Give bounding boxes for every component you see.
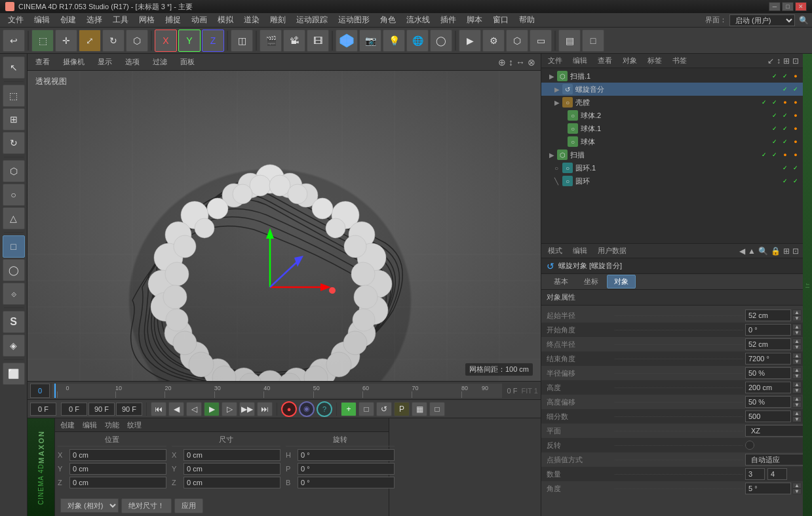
search-icon[interactable]: 🔍: [798, 14, 809, 26]
step-frame-input[interactable]: [116, 403, 142, 416]
menu-script[interactable]: 脚本: [461, 13, 488, 27]
flag-render-helix[interactable]: ✓: [791, 85, 800, 94]
om-tab-object[interactable]: 对象: [620, 54, 640, 67]
interface-dropdown[interactable]: 启动 (用户): [729, 14, 795, 26]
arrow-shell[interactable]: ▶: [554, 99, 562, 106]
go-end-button[interactable]: ⏭: [257, 402, 273, 416]
scene-btn[interactable]: 🌐: [406, 30, 429, 52]
flag-vis-helix[interactable]: ✓: [781, 85, 790, 94]
om-tab-file[interactable]: 文件: [545, 54, 565, 67]
dope-sheet-button[interactable]: ▦: [412, 402, 427, 416]
om-tab-edit[interactable]: 编辑: [570, 54, 590, 67]
light-btn[interactable]: 💡: [383, 30, 405, 52]
next-key-button[interactable]: ▷: [222, 402, 237, 416]
vh-camera[interactable]: 摄像机: [60, 56, 87, 68]
vh-view[interactable]: 查看: [33, 56, 52, 68]
obj-row-sphere[interactable]: ○ 球体 ✓ ✓ ●: [541, 135, 803, 148]
props-subtab-object[interactable]: 对象: [607, 275, 636, 288]
flag-v1[interactable]: ✓: [760, 98, 769, 107]
absolute-size-button[interactable]: 绝对尺寸！: [121, 498, 172, 513]
geo-btn[interactable]: ◯: [430, 30, 452, 52]
maximize-button[interactable]: □: [782, 2, 794, 11]
flag-v4[interactable]: ✓: [770, 137, 779, 146]
pos-z-input[interactable]: [69, 477, 166, 488]
menu-character[interactable]: 角色: [375, 13, 401, 27]
input-height[interactable]: [745, 382, 791, 393]
flag-dot[interactable]: ●: [791, 71, 800, 81]
spin-up-4[interactable]: ▲: [792, 353, 802, 359]
end-frame-input[interactable]: [88, 403, 115, 416]
coord-mode-select[interactable]: 对象 (相对): [60, 498, 119, 513]
size-x-input[interactable]: [184, 449, 280, 461]
props-tab-edit[interactable]: 编辑: [570, 245, 590, 257]
props-icon-3[interactable]: 🔍: [758, 247, 768, 256]
menu-file[interactable]: 文件: [3, 13, 29, 27]
input-subdivisions[interactable]: [745, 410, 791, 422]
flag-d7[interactable]: ●: [791, 150, 800, 159]
camera-btn[interactable]: 📷: [359, 30, 381, 52]
obj-row-scan[interactable]: ▶ ⬡ 扫描 ✓ ✓ ● ●: [541, 148, 803, 161]
spin-up-2[interactable]: ▲: [792, 324, 802, 330]
input-count-2[interactable]: [767, 468, 787, 480]
sidebar-stamp[interactable]: ◈: [3, 334, 25, 357]
rot-h-input[interactable]: [298, 449, 395, 461]
viewport-icon-4[interactable]: ⊗: [528, 57, 535, 68]
help-button[interactable]: ?: [317, 401, 332, 417]
obj-row-sphere2[interactable]: ○ 球体.2 ✓ ✓ ●: [541, 109, 803, 122]
props-icon-1[interactable]: ◀: [739, 247, 745, 256]
rot-p-input[interactable]: [298, 463, 395, 475]
flag-d1[interactable]: ●: [781, 98, 790, 107]
select-tool[interactable]: ⬚: [31, 30, 54, 52]
viewport-icon-2[interactable]: ↕: [509, 57, 513, 68]
spin-down-5[interactable]: ▼: [792, 373, 802, 379]
sidebar-move[interactable]: ⬚: [3, 85, 25, 107]
frame-start-input[interactable]: 0: [30, 384, 50, 398]
obj-row-circle[interactable]: ╲ ○ 圆环 ✓ ✓: [541, 174, 803, 188]
prev-key-button[interactable]: ◁: [186, 402, 202, 416]
move-tool[interactable]: ✛: [55, 30, 77, 52]
flag-v3[interactable]: ✓: [770, 124, 779, 133]
rotate-tool[interactable]: ↻: [102, 30, 125, 52]
om-tab-bookmark[interactable]: 书签: [670, 54, 689, 67]
select-plane[interactable]: XZ XY YZ: [745, 425, 803, 437]
flag-vis[interactable]: ✓: [770, 71, 779, 81]
sidebar-grid[interactable]: ⬜: [3, 363, 25, 385]
arrow-scan1[interactable]: ▶: [549, 73, 557, 80]
size-z-input[interactable]: [184, 477, 280, 488]
anim-btn3[interactable]: 🎞: [307, 30, 329, 52]
flag-r3[interactable]: ✓: [781, 124, 790, 133]
props-subtab-coords[interactable]: 坐标: [577, 275, 606, 288]
flag-r1[interactable]: ✓: [770, 98, 779, 107]
props-subtab-basic[interactable]: 基本: [547, 275, 575, 288]
menu-mesh[interactable]: 网格: [134, 13, 160, 27]
menu-render[interactable]: 道染: [239, 13, 265, 27]
props-icon-2[interactable]: ▲: [748, 247, 756, 256]
flag-v7[interactable]: ✓: [781, 176, 790, 186]
props-icon-4[interactable]: 🔒: [771, 247, 781, 256]
menu-snap[interactable]: 捕捉: [160, 13, 186, 27]
menu-help[interactable]: 帮助: [514, 13, 540, 27]
vh-filter[interactable]: 过滤: [150, 56, 170, 68]
undo-button[interactable]: ↩: [3, 30, 25, 52]
flag-r6[interactable]: ✓: [791, 163, 800, 172]
spin-up-8[interactable]: ▲: [792, 410, 802, 416]
flag-r2[interactable]: ✓: [781, 111, 790, 120]
spin-down-7[interactable]: ▼: [792, 402, 802, 408]
spin-down-4[interactable]: ▼: [792, 359, 802, 365]
om-tab-view[interactable]: 查看: [595, 54, 615, 67]
menu-tools[interactable]: 工具: [107, 13, 134, 27]
vh-display[interactable]: 显示: [95, 56, 115, 68]
menu-window[interactable]: 窗口: [488, 13, 514, 27]
flag-v2[interactable]: ✓: [770, 111, 779, 120]
input-end-radius[interactable]: [745, 338, 791, 350]
sidebar-tool3[interactable]: ⟐: [3, 283, 25, 305]
axis-x[interactable]: X: [155, 30, 177, 52]
om-tab-tag[interactable]: 标签: [645, 54, 665, 67]
go-start-button[interactable]: ⏮: [151, 402, 166, 416]
select-point-interp[interactable]: 自动适应 均匀 细分: [745, 454, 803, 466]
om-icon-2[interactable]: ↕: [777, 56, 781, 66]
material-btn[interactable]: ⬡: [506, 30, 528, 52]
sidebar-polygon[interactable]: ⬡: [3, 160, 25, 182]
menu-edit[interactable]: 编辑: [29, 13, 55, 27]
flag-v6[interactable]: ✓: [781, 163, 790, 172]
